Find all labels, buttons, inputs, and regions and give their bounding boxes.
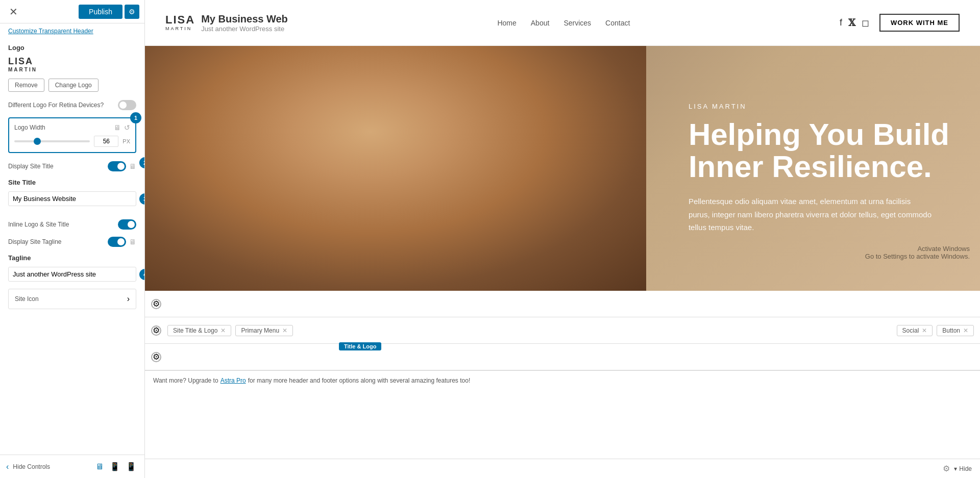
logo-name-line2: MARTIN bbox=[8, 67, 136, 72]
site-tagline: Just another WordPress site bbox=[201, 25, 288, 33]
instagram-icon[interactable]: ◻ bbox=[862, 17, 869, 29]
hero-title: Helping You Build Inner Resilience. bbox=[689, 118, 949, 183]
facebook-icon[interactable]: f bbox=[840, 17, 842, 29]
hero-person-image bbox=[145, 46, 646, 291]
site-title-logo-tag[interactable]: Site Title & Logo ✕ bbox=[167, 325, 231, 336]
work-with-me-button[interactable]: WORK WITH ME bbox=[879, 14, 960, 32]
display-title-label: Display Site Title bbox=[8, 163, 54, 170]
badge-4: 4 bbox=[139, 269, 144, 280]
logo-width-label: Logo Width bbox=[14, 124, 45, 131]
retina-toggle[interactable] bbox=[118, 100, 136, 110]
site-title-label: Site Title bbox=[8, 179, 136, 186]
site-title-area: My Business Web Just another WordPress s… bbox=[201, 13, 288, 33]
retina-label: Different Logo For Retina Devices? bbox=[8, 102, 104, 109]
desktop-view-button[interactable]: 🖥 bbox=[93, 460, 106, 473]
logo-width-slider[interactable] bbox=[14, 140, 90, 142]
nav-services[interactable]: Services bbox=[564, 19, 591, 27]
desktop-icon[interactable]: 🖥 bbox=[114, 123, 121, 132]
mobile-view-button[interactable]: 📱 bbox=[124, 460, 138, 473]
remove-logo-button[interactable]: Remove bbox=[8, 79, 44, 92]
remove-title-logo-tag[interactable]: ✕ bbox=[220, 327, 226, 334]
settings-button[interactable]: ⚙ bbox=[125, 5, 139, 19]
upgrade-bar: Want more? Upgrade to Astra Pro for many… bbox=[145, 370, 980, 390]
nav-home[interactable]: Home bbox=[497, 19, 516, 27]
hero-section: LISA MARTIN Helping You Build Inner Resi… bbox=[145, 46, 980, 291]
tagline-input[interactable]: Just another WordPress site bbox=[8, 267, 136, 282]
badge-2: 2 bbox=[139, 157, 144, 168]
close-button[interactable]: ✕ bbox=[5, 4, 22, 20]
hero-name: LISA MARTIN bbox=[689, 103, 949, 110]
remove-button-tag[interactable]: ✕ bbox=[963, 327, 968, 334]
site-icon-row[interactable]: Site Icon › bbox=[8, 289, 136, 309]
chevron-down-icon: ▾ bbox=[954, 465, 957, 472]
row-dot-2[interactable]: ⚙ bbox=[151, 325, 161, 336]
preview-area: LISA MARTIN My Business Web Just another… bbox=[145, 0, 980, 478]
builder-row-main: ⚙ Site Title & Logo ✕ Primary Menu ✕ bbox=[145, 317, 980, 344]
site-title: My Business Web bbox=[201, 13, 288, 25]
site-nav: Home About Services Contact bbox=[497, 19, 630, 27]
logo-section-label: Logo bbox=[8, 44, 136, 52]
site-logo-area: LISA MARTIN My Business Web Just another… bbox=[165, 13, 288, 33]
site-header: LISA MARTIN My Business Web Just another… bbox=[145, 0, 980, 46]
site-header-right: f 𝕏 ◻ WORK WITH ME bbox=[840, 14, 960, 32]
display-tagline-toggle[interactable] bbox=[108, 237, 126, 247]
site-logo: LISA MARTIN bbox=[165, 14, 195, 31]
button-tag[interactable]: Button ✕ bbox=[937, 325, 974, 336]
logo-width-input[interactable]: 56 bbox=[94, 136, 118, 147]
title-logo-badge: Title & Logo bbox=[339, 342, 381, 350]
site-icon-label: Site Icon bbox=[15, 295, 39, 303]
primary-menu-tag[interactable]: Primary Menu ✕ bbox=[235, 325, 293, 336]
chevron-right-icon: › bbox=[127, 294, 130, 304]
desktop-icon-2[interactable]: 🖥 bbox=[129, 162, 136, 170]
footer-hide-button[interactable]: ▾ Hide bbox=[954, 465, 972, 472]
twitter-icon[interactable]: 𝕏 bbox=[848, 17, 855, 29]
sidebar-bottom-bar: ‹ Hide Controls 🖥 📱 📱 bbox=[0, 455, 144, 478]
logo-display: LISA MARTIN bbox=[8, 57, 136, 72]
astra-pro-link[interactable]: Astra Pro bbox=[220, 377, 246, 384]
tablet-view-button[interactable]: 📱 bbox=[108, 460, 122, 473]
builder-rows: ⚙ ⚙ Site Title & Logo ✕ Primary Menu ✕ bbox=[145, 291, 980, 370]
tagline-label: Tagline bbox=[8, 254, 136, 262]
hide-controls-button[interactable]: Hide Controls bbox=[13, 463, 50, 470]
nav-about[interactable]: About bbox=[531, 19, 550, 27]
badge-3: 3 bbox=[139, 193, 144, 205]
preview-footer: ⚙ ▾ Hide bbox=[145, 459, 980, 478]
chevron-left-icon: ‹ bbox=[6, 462, 9, 471]
reset-icon[interactable]: ↺ bbox=[124, 123, 130, 132]
hero-content: LISA MARTIN Helping You Build Inner Resi… bbox=[689, 103, 949, 234]
logo-name-line1: LISA bbox=[8, 56, 33, 66]
remove-social-tag[interactable]: ✕ bbox=[922, 327, 927, 334]
display-title-toggle[interactable] bbox=[108, 161, 126, 171]
row-dot-1[interactable]: ⚙ bbox=[151, 299, 161, 309]
nav-contact[interactable]: Contact bbox=[605, 19, 630, 27]
logo-width-section: Logo Width 🖥 ↺ 56 PX 1 bbox=[8, 117, 136, 153]
hero-description: Pellentesque odio aliquam vitae amet, el… bbox=[689, 195, 934, 234]
builder-row-empty-1: ⚙ bbox=[145, 291, 980, 317]
footer-gear-icon[interactable]: ⚙ bbox=[943, 464, 950, 473]
row-dot-3[interactable]: ⚙ bbox=[151, 352, 161, 362]
breadcrumb-link[interactable]: Customize Transparent Header bbox=[0, 23, 144, 37]
sidebar: ✕ Publish ⚙ Customize Transparent Header… bbox=[0, 0, 145, 478]
social-icons: f 𝕏 ◻ bbox=[840, 17, 869, 29]
inline-logo-toggle[interactable] bbox=[118, 219, 136, 230]
display-tagline-label: Display Site Tagline bbox=[8, 238, 62, 245]
publish-button[interactable]: Publish bbox=[79, 5, 122, 19]
site-title-input[interactable]: My Business Website bbox=[8, 191, 136, 206]
site-preview: LISA MARTIN My Business Web Just another… bbox=[145, 0, 980, 459]
inline-logo-label: Inline Logo & Site Title bbox=[8, 221, 69, 228]
logo-width-unit: PX bbox=[122, 138, 130, 144]
social-tag[interactable]: Social ✕ bbox=[897, 325, 933, 336]
desktop-icon-3[interactable]: 🖥 bbox=[129, 238, 136, 246]
builder-row-empty-2: ⚙ bbox=[145, 344, 980, 370]
badge-1: 1 bbox=[130, 112, 141, 123]
remove-primary-menu-tag[interactable]: ✕ bbox=[282, 327, 287, 334]
change-logo-button[interactable]: Change Logo bbox=[48, 79, 99, 92]
